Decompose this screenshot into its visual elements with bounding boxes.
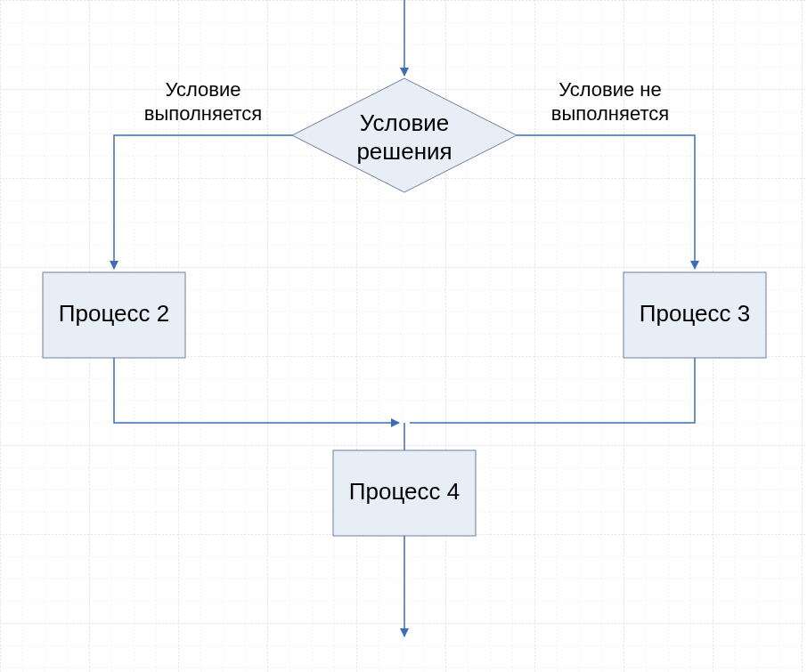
process2-text: Процесс 2 xyxy=(59,300,169,327)
flowchart-canvas: Условие решения Условие выполняется Усло… xyxy=(0,0,807,672)
process2-node[interactable]: Процесс 2 xyxy=(43,272,185,358)
process3-node[interactable]: Процесс 3 xyxy=(624,272,766,358)
decision-text-line1: Условие xyxy=(360,109,450,136)
process4-node[interactable]: Процесс 4 xyxy=(333,450,476,536)
label-false-line1: Условие не xyxy=(558,78,662,101)
label-false-line2: выполняется xyxy=(551,102,669,125)
process3-text: Процесс 3 xyxy=(640,300,750,327)
decision-text-line2: решения xyxy=(356,138,452,165)
process4-text: Процесс 4 xyxy=(349,478,460,505)
label-true-line2: выполняется xyxy=(144,102,262,125)
label-true-line1: Условие xyxy=(165,78,240,101)
